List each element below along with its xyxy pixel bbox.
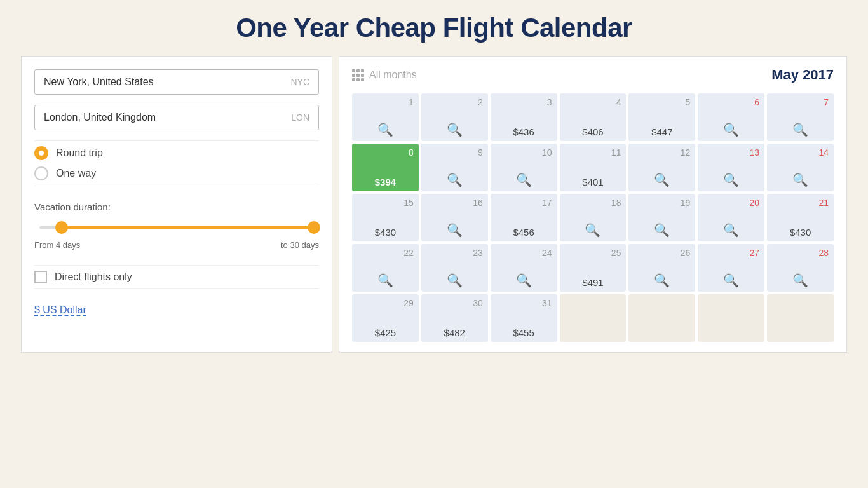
- cal-day-number: 4: [616, 97, 621, 107]
- cal-day-number: 22: [403, 248, 414, 258]
- cal-day-number: 1: [409, 97, 414, 107]
- cal-day-number: 2: [478, 97, 483, 107]
- calendar-cell[interactable]: 26🔍: [628, 244, 695, 292]
- search-icon: 🔍: [516, 273, 532, 288]
- cal-day-number: 13: [750, 147, 760, 158]
- calendar-cell[interactable]: 5$447: [628, 93, 695, 141]
- origin-input[interactable]: New York, United States NYC: [34, 69, 319, 95]
- round-trip-label: Round trip: [56, 147, 103, 159]
- cal-price: $456: [513, 227, 534, 238]
- calendar-cell[interactable]: 6🔍: [698, 93, 764, 141]
- calendar-cell[interactable]: 16🔍: [421, 194, 488, 241]
- search-icon: 🔍: [516, 172, 532, 187]
- calendar-cell[interactable]: 17$456: [491, 194, 557, 241]
- one-way-label: One way: [56, 168, 96, 179]
- one-way-radio[interactable]: [34, 166, 48, 180]
- search-icon: 🔍: [447, 172, 463, 187]
- search-icon: 🔍: [447, 222, 463, 238]
- calendar-cell[interactable]: 9🔍: [421, 144, 488, 191]
- cal-day-number: 31: [542, 298, 552, 308]
- duration-slider[interactable]: [39, 221, 314, 234]
- cal-day-number: 5: [685, 97, 690, 107]
- calendar-cell[interactable]: 18🔍: [560, 194, 627, 241]
- cal-day-number: 24: [542, 248, 552, 258]
- currency-label[interactable]: $ US Dollar: [34, 304, 86, 316]
- calendar-cell[interactable]: 15$430: [352, 194, 419, 241]
- calendar-cell[interactable]: 8$394: [352, 144, 419, 191]
- calendar-cell[interactable]: 31$455: [491, 294, 557, 342]
- calendar-cell[interactable]: 23🔍: [421, 244, 488, 292]
- calendar-cell[interactable]: 11$401: [560, 144, 627, 191]
- calendar-cell[interactable]: 7🔍: [767, 93, 834, 141]
- one-way-option[interactable]: One way: [34, 166, 319, 180]
- calendar-cell[interactable]: 28🔍: [767, 244, 834, 292]
- slider-fill: [62, 226, 314, 229]
- destination-input[interactable]: London, United Kingdom LON: [34, 105, 319, 130]
- search-icon: 🔍: [723, 273, 739, 288]
- search-icon: 🔍: [447, 122, 463, 137]
- calendar-cell[interactable]: 25$491: [560, 244, 627, 292]
- cal-day-number: 26: [681, 248, 691, 258]
- calendar-cell[interactable]: 19🔍: [628, 194, 695, 241]
- cal-price: $394: [375, 177, 396, 187]
- calendar-cell[interactable]: 27🔍: [698, 244, 764, 292]
- cal-day-number: 11: [611, 147, 621, 158]
- calendar-cell[interactable]: 24🔍: [491, 244, 557, 292]
- search-icon: 🔍: [723, 172, 739, 187]
- calendar-cell[interactable]: 20🔍: [698, 194, 764, 241]
- slider-to-label: to 30 days: [281, 240, 319, 250]
- cal-day-number: 7: [824, 97, 829, 107]
- direct-flights-checkbox[interactable]: [34, 271, 47, 283]
- calendar-cell[interactable]: 3$436: [491, 93, 557, 141]
- round-trip-radio[interactable]: [34, 146, 48, 160]
- search-icon: 🔍: [447, 273, 463, 288]
- search-icon: 🔍: [654, 222, 670, 238]
- calendar-cell[interactable]: 22🔍: [352, 244, 419, 292]
- left-panel: New York, United States NYC London, Unit…: [21, 56, 332, 353]
- calendar-cell: [767, 294, 834, 342]
- search-icon: 🔍: [377, 273, 393, 288]
- search-icon: 🔍: [585, 222, 600, 238]
- calendar-header: All months May 2017: [352, 67, 834, 83]
- calendar-cell[interactable]: 12🔍: [628, 144, 695, 191]
- cal-price: $482: [444, 327, 465, 338]
- round-trip-option[interactable]: Round trip: [34, 146, 319, 160]
- cal-day-number: 6: [754, 97, 759, 107]
- search-icon: 🔍: [792, 172, 808, 187]
- cal-price: $447: [651, 126, 672, 137]
- cal-day-number: 9: [478, 147, 483, 158]
- cal-day-number: 23: [473, 248, 483, 258]
- all-months-button[interactable]: All months: [352, 69, 417, 81]
- calendar-cell[interactable]: 2🔍: [421, 93, 488, 141]
- calendar-cell: [560, 294, 627, 342]
- calendar-grid: 1🔍2🔍3$4364$4065$4476🔍7🔍8$3949🔍10🔍11$4011…: [352, 93, 834, 342]
- calendar-cell[interactable]: 29$425: [352, 294, 419, 342]
- slider-thumb-left[interactable]: [55, 221, 68, 234]
- vacation-label: Vacation duration:: [34, 201, 319, 212]
- slider-thumb-right[interactable]: [308, 221, 320, 234]
- calendar-cell[interactable]: 1🔍: [352, 93, 419, 141]
- direct-flights-label: Direct flights only: [55, 271, 132, 283]
- cal-day-number: 3: [547, 97, 552, 107]
- calendar-cell[interactable]: 4$406: [560, 93, 627, 141]
- cal-day-number: 18: [611, 198, 621, 208]
- vacation-section: Vacation duration: From 4 days to 30 day…: [34, 196, 319, 255]
- search-icon: 🔍: [654, 172, 670, 187]
- calendar-cell[interactable]: 21$430: [767, 194, 834, 241]
- cal-day-number: 15: [403, 198, 414, 208]
- cal-day-number: 30: [473, 298, 483, 308]
- calendar-cell[interactable]: 10🔍: [491, 144, 557, 191]
- cal-day-number: 16: [473, 198, 483, 208]
- currency-section[interactable]: $ US Dollar: [34, 299, 319, 321]
- cal-price: $455: [513, 327, 534, 338]
- main-container: New York, United States NYC London, Unit…: [21, 56, 847, 353]
- all-months-label: All months: [369, 69, 417, 81]
- direct-flights-section[interactable]: Direct flights only: [34, 265, 319, 289]
- calendar-cell[interactable]: 13🔍: [698, 144, 764, 191]
- page-title: One Year Cheap Flight Calendar: [13, 13, 855, 43]
- calendar-cell[interactable]: 30$482: [421, 294, 488, 342]
- cal-day-number: 10: [542, 147, 552, 158]
- month-year-label: May 2017: [771, 67, 834, 83]
- search-icon: 🔍: [792, 273, 808, 288]
- calendar-cell[interactable]: 14🔍: [767, 144, 834, 191]
